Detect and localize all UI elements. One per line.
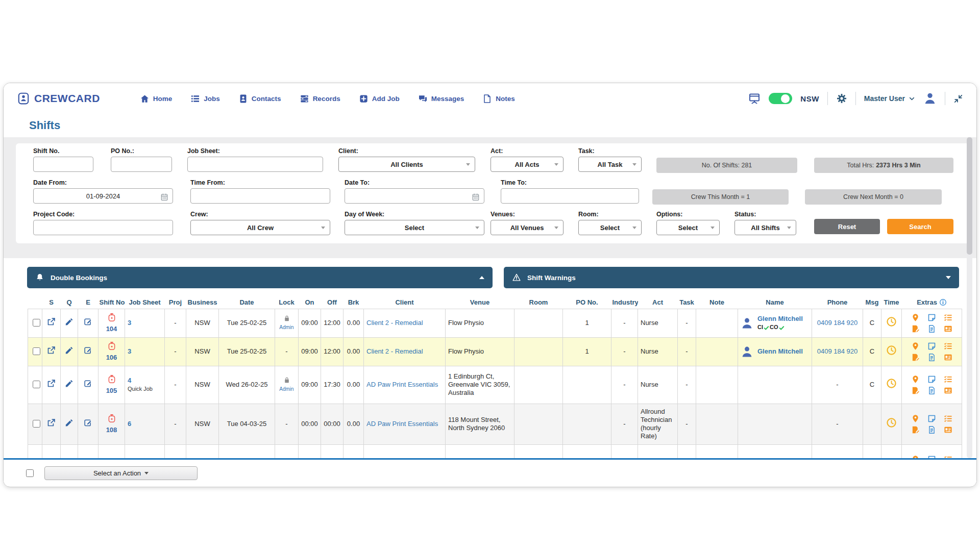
edit-icon[interactable] [84,418,92,427]
room-select[interactable]: Select [578,220,642,235]
brand-logo[interactable]: CREWCARD [17,92,100,105]
settings-gear-icon[interactable] [836,93,847,104]
client-link[interactable]: AD Paw Print Essentials [366,420,438,428]
location-pin-icon[interactable] [911,375,920,384]
signature-icon[interactable] [911,353,920,362]
job-sheet-link[interactable]: 4 [128,377,131,384]
scrollbar-thumb[interactable] [967,137,972,255]
edit-icon[interactable] [84,317,92,326]
collapse-view-icon[interactable] [953,94,963,104]
scrollbar-track[interactable] [967,137,972,458]
id-card-icon[interactable] [944,425,952,434]
pencil-icon[interactable] [65,418,74,427]
select-action-dropdown[interactable]: Select an Action [44,466,198,480]
location-pin-icon[interactable] [911,313,920,322]
share-icon[interactable] [47,379,56,388]
location-pin-icon[interactable] [911,455,920,459]
client-link[interactable]: AD Paw Print Essentials [366,381,438,388]
crew-name-link[interactable]: Glenn Mitchell [757,347,803,355]
client-select[interactable]: All Clients [338,157,475,172]
document-icon[interactable] [927,324,936,333]
document-icon[interactable] [927,425,936,434]
share-icon[interactable] [47,317,56,326]
user-menu[interactable]: Master User [864,94,915,103]
nav-item-messages[interactable]: Messages [418,94,464,104]
location-pin-icon[interactable] [911,342,920,350]
nav-item-add-job[interactable]: Add Job [359,94,400,104]
pencil-icon[interactable] [65,379,74,388]
act-select[interactable]: All Acts [491,157,564,172]
task-select[interactable]: All Task [578,157,642,172]
phone-link[interactable]: 0409 184 920 [817,347,858,355]
id-card-icon[interactable] [944,324,952,333]
clock-icon[interactable] [886,417,897,428]
id-card-icon[interactable] [944,386,952,395]
signature-icon[interactable] [911,324,920,333]
chevron-down-icon[interactable] [946,276,951,279]
location-pin-icon[interactable] [911,414,920,423]
signature-icon[interactable] [911,386,920,395]
checklist-icon[interactable] [944,455,952,459]
search-button[interactable]: Search [887,219,953,234]
date-from-input[interactable] [33,188,173,204]
nav-item-home[interactable]: Home [140,94,173,104]
sticky-note-icon[interactable] [927,342,936,350]
screen-mode-icon[interactable] [748,92,761,105]
chevron-up-icon[interactable] [479,276,484,279]
clock-icon[interactable] [886,378,897,389]
job-sheet-link[interactable]: 6 [128,420,131,428]
time-from-input[interactable] [190,188,330,204]
document-icon[interactable] [927,353,936,362]
phone-link[interactable]: 0409 184 920 [817,319,858,327]
nav-item-notes[interactable]: Notes [482,94,515,104]
status-select[interactable]: All Shifts [734,220,796,235]
project-code-input[interactable] [33,220,173,235]
crew-name-link[interactable]: Glenn Mitchell [757,315,803,322]
row-checkbox[interactable] [33,319,40,327]
row-checkbox[interactable] [33,347,40,355]
pencil-icon[interactable] [65,346,74,355]
day-of-week-select[interactable]: Select [345,220,484,235]
time-to-input[interactable] [501,188,639,204]
select-all-checkbox[interactable] [26,469,34,477]
nav-item-records[interactable]: Records [300,94,340,104]
edit-icon[interactable] [84,379,92,388]
profile-icon[interactable] [923,92,937,105]
checklist-icon[interactable] [944,342,952,350]
crew-select[interactable]: All Crew [190,220,330,235]
checklist-icon[interactable] [944,375,952,384]
reset-button[interactable]: Reset [814,219,880,234]
checklist-icon[interactable] [944,414,952,423]
checklist-icon[interactable] [944,313,952,322]
nav-item-jobs[interactable]: Jobs [190,94,220,104]
client-link[interactable]: Client 2 - Remedial [366,319,423,327]
row-checkbox[interactable] [33,381,40,388]
pencil-icon[interactable] [65,317,74,326]
job-sheet-input[interactable] [187,157,323,172]
clock-icon[interactable] [886,316,897,327]
job-sheet-link[interactable]: 3 [128,347,131,355]
shift-warnings-panel-header[interactable]: Shift Warnings [504,267,959,288]
shift-no-input[interactable] [33,157,93,172]
job-sheet-link[interactable]: 3 [128,319,131,327]
nav-item-contacts[interactable]: Contacts [238,94,281,104]
share-icon[interactable] [47,346,56,355]
sticky-note-icon[interactable] [927,313,936,322]
region-toggle[interactable] [769,93,792,104]
po-no-input[interactable] [111,157,172,172]
sticky-note-icon[interactable] [927,375,936,384]
double-bookings-panel-header[interactable]: Double Bookings [27,267,493,288]
edit-icon[interactable] [84,346,92,355]
options-select[interactable]: Select [656,220,720,235]
row-checkbox[interactable] [33,420,40,428]
sticky-note-icon[interactable] [927,414,936,423]
date-to-input[interactable] [345,188,484,204]
venues-select[interactable]: All Venues [491,220,564,235]
signature-icon[interactable] [911,425,920,434]
clock-icon[interactable] [886,345,897,356]
document-icon[interactable] [927,386,936,395]
share-icon[interactable] [47,418,56,427]
client-link[interactable]: Client 2 - Remedial [366,347,423,355]
sticky-note-icon[interactable] [927,455,936,459]
id-card-icon[interactable] [944,353,952,362]
